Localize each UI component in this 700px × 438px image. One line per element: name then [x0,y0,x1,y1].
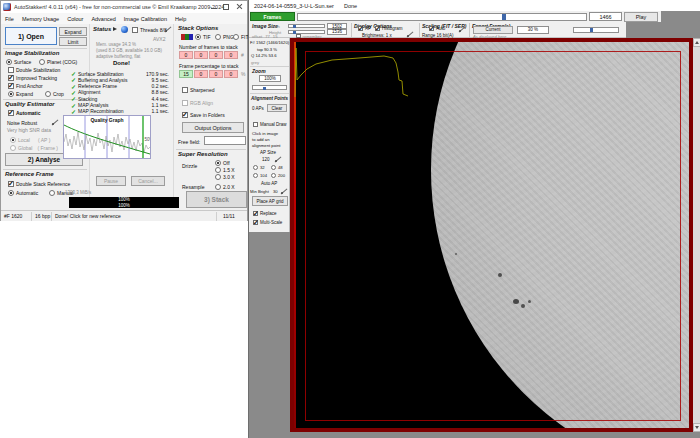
menu-file[interactable]: File [1,16,18,22]
progress-bar: 100% 100% [69,197,179,208]
zoom-value: 100% [259,75,281,82]
ap-size-48-radio[interactable]: 48 [271,165,283,170]
pct-field-4[interactable]: 0 [224,70,238,78]
num-frames-field-2[interactable]: 0 [194,51,208,59]
frame-info: F# 1562 (1466/1620) [250,40,289,45]
close-icon[interactable] [236,3,243,10]
fit-radio[interactable]: FIT [233,34,249,40]
min-bright-value[interactable]: 30 [273,189,278,194]
minimize-icon[interactable] [211,8,217,9]
status-checkbox[interactable] [132,27,138,33]
frame-number-field[interactable]: 1466 [589,12,622,21]
play-button[interactable]: Play [624,12,658,22]
maximize-icon[interactable] [223,4,229,10]
width-slider[interactable] [288,24,325,28]
drizzle-off-radio[interactable]: Off [215,160,230,166]
pct-field-1[interactable]: 15 [179,70,193,78]
menu-memory-usage[interactable]: Memory Usage [18,16,63,22]
menu-help[interactable]: Help [171,16,190,22]
ap-size-104-radio[interactable]: 104 [253,173,267,178]
planet-cog-radio[interactable]: Planet (COG) [39,59,77,65]
menu-image-calibration[interactable]: Image Calibration [120,16,171,22]
num-frames-label: Number of frames to stack [179,44,238,50]
divider [250,93,289,94]
brightness-slider-icon[interactable] [406,30,414,38]
local-ap-radio[interactable]: Local( AP ) [10,137,50,143]
open-button[interactable]: 1) Open [5,27,57,45]
auto-ap-label[interactable]: Auto AP [261,181,277,186]
min-bright-slider-icon[interactable] [280,187,288,195]
double-stack-reference-checkbox[interactable]: Double Stack Reference [8,181,70,187]
manual-draw-checkbox[interactable]: Manual Draw [253,122,287,127]
num-frames-field-3[interactable]: 0 [209,51,223,59]
clear-aps-button[interactable]: Clear [267,104,287,112]
global-frame-radio[interactable]: Global( Frame ) [10,145,58,151]
super-resolution-header: Super Resolution [178,151,228,157]
drizzle-30x-radio[interactable]: 3.0 X [215,174,235,180]
threads-slider-icon[interactable] [164,25,172,33]
divider [173,24,174,208]
height-field[interactable]: 1536 [327,29,347,35]
reference-automatic-radio[interactable]: Automatic [8,190,38,196]
brightness-label: Brightness: 1 x [362,33,392,38]
stack-button[interactable]: 3) Stack [186,191,247,208]
zoom-slider-thumb[interactable] [263,87,266,91]
pct-field-3[interactable]: 0 [209,70,223,78]
ap-size-value: 120 [262,157,270,162]
automatic-quality-checkbox[interactable]: Automatic [8,110,40,116]
histogram-checkbox[interactable]: Histogram [375,26,403,31]
pct-field-2[interactable]: 0 [194,70,208,78]
scaling-slider-icon[interactable] [458,25,466,33]
num-frames-field-4[interactable]: 0 [224,51,238,59]
expand-radio[interactable]: Expand [8,91,33,97]
width-slider-thumb[interactable] [293,25,296,28]
viewer-titlebar[interactable]: 2024-06-14-0559_3-U-L-Sun.ser Done [249,0,700,11]
titlebar[interactable]: AutoStakkert! 4.0.11 (x64) - free for no… [1,1,247,13]
rgb-align-checkbox[interactable]: RGB Align [182,100,213,106]
divider [176,149,246,150]
zoom-slider[interactable] [252,85,287,90]
double-stabilization-checkbox[interactable]: Double Stabilization [8,67,60,73]
menu-advanced[interactable]: Advanced [87,16,119,22]
image-scrollbar[interactable] [693,38,700,432]
num-frames-field-1[interactable]: 0 [179,51,193,59]
surface-radio[interactable]: Surface [6,59,31,65]
find-anchor-checkbox[interactable]: Find Anchor [8,83,43,89]
improved-tracking-checkbox[interactable]: Improved Tracking [8,75,57,81]
pause-button[interactable]: Pause [96,176,126,186]
png-radio[interactable]: PNG [215,34,234,40]
expand-button[interactable]: Expand [59,27,87,36]
ap-size-slider-icon[interactable] [274,155,282,163]
output-options-button[interactable]: Output Options [182,122,244,133]
scroll-down-button[interactable] [693,423,700,432]
noise-robust-slider-icon[interactable] [51,118,59,126]
divider [351,23,352,37]
ap-checkbox[interactable]: AP [358,26,371,31]
save-in-folders-checkbox[interactable]: Save in Folders [182,112,225,118]
export-current-select[interactable]: Current [473,26,513,34]
quality-graph[interactable]: 50% Quality Graph [63,115,151,159]
ap-size-32-radio[interactable]: 32 [253,165,265,170]
export-zoom-slider[interactable] [573,27,619,33]
sharpened-checkbox[interactable]: Sharpened [182,87,214,93]
limit-button[interactable]: Limit [59,37,87,46]
scroll-up-button[interactable] [693,38,700,47]
frame-slider[interactable] [297,13,587,21]
image-stabilization-header: Image Stabilization [5,50,59,56]
frame-slider-thumb[interactable] [502,14,506,20]
export-zoom-thumb[interactable] [590,28,593,32]
solar-image-canvas[interactable] [290,38,693,432]
tif-radio[interactable]: TIF [195,34,211,40]
crop-radio[interactable]: Crop [45,91,64,97]
replace-checkbox[interactable]: Replace [253,211,277,216]
ap-size-200-radio[interactable]: 200 [271,173,285,178]
menu-colour[interactable]: Colour [63,16,87,22]
place-ap-grid-button[interactable]: Place AP grid [252,196,288,206]
drizzle-15x-radio[interactable]: 1.5 X [215,167,235,173]
multi-scale-checkbox[interactable]: Multi-Scale [253,220,282,225]
export-percent-field[interactable]: 30 % [517,26,549,34]
free-field-input[interactable] [204,136,246,145]
resample-20x-radio[interactable]: 2.0 X [215,184,235,190]
cancel-button[interactable]: Cancel... [131,176,165,186]
auto-scaling-checkbox[interactable]: Auto [429,26,445,31]
